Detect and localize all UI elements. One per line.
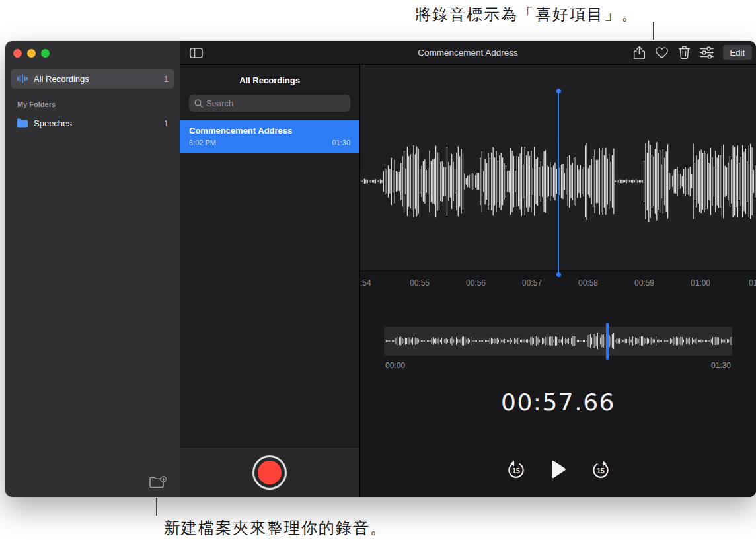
search-icon — [194, 99, 203, 108]
overview-end-time: 01:30 — [711, 361, 731, 370]
zoom-button[interactable] — [41, 49, 50, 58]
timeline-ruler: 0:5400:5500:5600:5700:5800:5901:0001:0 — [360, 271, 756, 295]
new-folder-callout-text: 新建檔案夾來整理你的錄音。 — [164, 518, 387, 539]
overview-scrubber[interactable] — [384, 327, 732, 356]
sidebar-item-count: 1 — [164, 74, 169, 84]
ruler-label: 00:59 — [634, 278, 654, 288]
ruler-label: 00:57 — [522, 278, 542, 288]
new-folder-icon — [149, 476, 167, 490]
share-button[interactable] — [633, 46, 646, 60]
edit-button[interactable]: Edit — [723, 45, 752, 60]
ruler-label: 00:58 — [578, 278, 598, 288]
playhead[interactable] — [558, 91, 559, 275]
skip-back-15-icon: 15 — [506, 459, 526, 479]
recording-time: 6:02 PM — [189, 139, 216, 147]
titlebar: Commencement Address Edit — [180, 41, 756, 65]
play-button[interactable] — [550, 460, 567, 479]
ruler-label: 00:56 — [466, 278, 486, 288]
search-input[interactable] — [206, 98, 345, 108]
sidebar-item-label: Speeches — [34, 118, 72, 128]
minimize-button[interactable] — [27, 49, 36, 58]
recordings-list: All Recordings Commencement Address 6:02… — [180, 65, 360, 497]
new-folder-button[interactable] — [149, 476, 167, 490]
playback-settings-button[interactable] — [700, 46, 714, 59]
sidebar-section-header: My Folders — [17, 100, 180, 108]
sliders-icon — [700, 46, 714, 59]
sidebar-item-speeches[interactable]: Speeches 1 — [11, 113, 174, 133]
favorite-callout-text: 將錄音標示為「喜好項目」。 — [415, 4, 638, 25]
new-folder-callout-line — [156, 498, 157, 516]
ruler-label: 00:55 — [410, 278, 430, 288]
overview-track — [384, 327, 732, 356]
record-strip — [180, 447, 359, 497]
sidebar-item-count: 1 — [164, 118, 169, 128]
ruler-label: 01:0 — [749, 278, 756, 288]
overview-playhead[interactable] — [606, 323, 609, 360]
delete-button[interactable] — [678, 46, 691, 59]
sidebar: All Recordings 1 My Folders Speeches 1 — [5, 41, 180, 497]
favorite-callout-line — [653, 22, 654, 40]
skip-back-15-button[interactable]: 15 — [506, 459, 526, 479]
recording-title: Commencement Address — [189, 126, 350, 135]
recording-cell[interactable]: Commencement Address 6:02 PM 01:30 — [180, 120, 359, 153]
record-button[interactable] — [252, 455, 287, 490]
search-field[interactable] — [189, 95, 350, 112]
traffic-lights — [13, 49, 50, 58]
toggle-sidebar-button[interactable] — [190, 48, 203, 58]
share-icon — [633, 46, 646, 60]
recording-duration: 01:30 — [332, 139, 350, 147]
skip-forward-15-button[interactable]: 15 — [591, 459, 611, 479]
play-icon — [550, 460, 567, 479]
close-button[interactable] — [13, 49, 22, 58]
overview-waveform-svg — [384, 327, 732, 356]
list-header: All Recordings — [180, 75, 359, 85]
waveform-icon — [17, 74, 28, 83]
playback-controls: 15 15 — [360, 459, 756, 479]
record-dot — [258, 461, 282, 484]
skip-back-label: 15 — [512, 467, 520, 475]
ruler-label: 01:00 — [691, 278, 710, 288]
sidebar-toggle-icon — [190, 48, 203, 58]
skip-forward-15-icon: 15 — [591, 459, 611, 479]
ruler-label: 0:54 — [360, 278, 371, 288]
favorite-button[interactable] — [655, 46, 669, 59]
current-time-display: 00:57.66 — [360, 389, 756, 416]
folder-icon — [17, 118, 28, 128]
trash-icon — [678, 46, 691, 59]
player-detail: 0:5400:5500:5600:5700:5800:5901:0001:0 0… — [360, 65, 756, 497]
main-area: Commencement Address Edit All — [180, 41, 756, 497]
sidebar-item-all-recordings[interactable]: All Recordings 1 — [11, 69, 174, 89]
voice-memos-window: All Recordings 1 My Folders Speeches 1 C… — [5, 41, 756, 497]
heart-icon — [655, 46, 669, 59]
skip-forward-label: 15 — [597, 467, 605, 475]
main-waveform[interactable] — [360, 65, 756, 271]
overview-start-time: 00:00 — [385, 361, 405, 370]
sidebar-item-label: All Recordings — [34, 74, 89, 84]
